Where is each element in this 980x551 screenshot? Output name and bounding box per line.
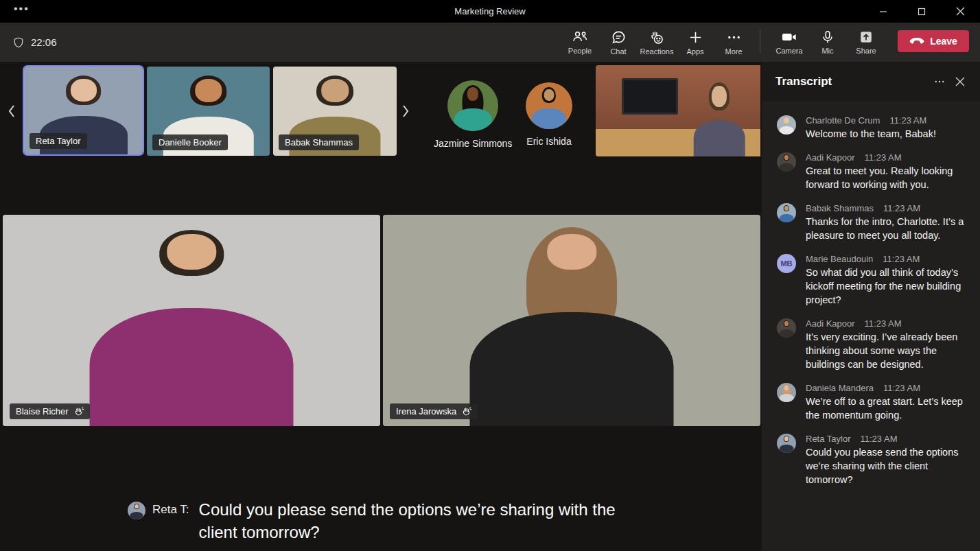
- speaker-name: Aadi Kapoor: [806, 152, 855, 163]
- audio-participant-eric-ishida[interactable]: Eric Ishida: [526, 82, 572, 147]
- transcript-close-button[interactable]: [950, 71, 970, 92]
- transcript-entry: Aadi Kapoor11:23 AM Great to meet you. R…: [777, 152, 970, 191]
- camera-button[interactable]: Camera: [770, 25, 808, 60]
- shield-icon: [12, 36, 25, 49]
- share-icon: [859, 30, 874, 45]
- reactions-button[interactable]: Reactions: [638, 25, 676, 60]
- participant-video: [383, 215, 760, 426]
- tv-screen: [622, 78, 678, 115]
- avatar: [526, 82, 572, 129]
- video-tile-reta-taylor[interactable]: Reta Taylor: [23, 65, 144, 156]
- close-icon: [955, 76, 966, 87]
- apps-button[interactable]: Apps: [676, 25, 714, 60]
- strip-previous-button[interactable]: [3, 96, 21, 126]
- transcript-entry: Charlotte De Crum11:23 AM Welcome to the…: [777, 115, 970, 141]
- timer-value: 22:06: [31, 36, 57, 48]
- caption-speaker-avatar: [128, 502, 145, 519]
- more-icon: [933, 75, 946, 88]
- speaker-name: Babak Shammas: [806, 203, 874, 213]
- participant-name: Eric Ishida: [526, 136, 571, 147]
- video-tile-danielle-booker[interactable]: Danielle Booker: [147, 67, 270, 156]
- video-tile-meeting-room[interactable]: [596, 65, 760, 156]
- minimize-button[interactable]: [876, 4, 891, 19]
- transcript-text: Great to meet you. Really looking forwar…: [806, 164, 969, 191]
- nameplate: Blaise Richer: [10, 403, 90, 419]
- chevron-right-icon: [401, 104, 410, 119]
- avatar: [777, 434, 796, 453]
- chevron-left-icon: [7, 104, 16, 119]
- speaker-name: Daniela Mandera: [806, 383, 874, 393]
- strip-next-button[interactable]: [397, 96, 415, 126]
- close-window-button[interactable]: [953, 4, 968, 19]
- chat-icon: [611, 30, 627, 45]
- transcript-text: It’s very exciting. I’ve already been th…: [806, 330, 969, 371]
- raised-hand-icon: [461, 406, 471, 417]
- more-icon: [726, 30, 742, 45]
- avatar: [777, 115, 796, 134]
- hang-up-icon: [909, 37, 924, 45]
- caption-speaker-name: Reta T:: [152, 503, 189, 517]
- avatar: [777, 383, 796, 402]
- more-button[interactable]: More: [714, 25, 753, 60]
- reactions-icon: [649, 30, 665, 45]
- apps-plus-icon: [688, 30, 703, 45]
- meeting-toolbar: 22:06 People Chat: [0, 23, 980, 62]
- transcript-entry: MB Marie Beaudouin11:23 AM So what did y…: [777, 254, 970, 307]
- titlebar-more-icon[interactable]: •••: [14, 3, 30, 15]
- transcript-text: Welcome to the team, Babak!: [806, 127, 969, 141]
- nameplate: Reta Taylor: [30, 133, 87, 149]
- toolbar-divider: [760, 30, 760, 53]
- live-caption: Reta T: Could you please send the option…: [128, 498, 649, 543]
- mic-icon: [820, 30, 835, 45]
- timestamp: 11:23 AM: [865, 152, 902, 163]
- titlebar: ••• Marketing Review: [0, 0, 980, 23]
- people-button[interactable]: People: [561, 25, 599, 60]
- transcript-text: So what did you all think of today’s kic…: [806, 266, 969, 307]
- transcript-more-button[interactable]: [929, 71, 950, 92]
- transcript-title: Transcript: [775, 75, 929, 89]
- teams-meeting-window: ••• Marketing Review 22:06: [0, 0, 980, 551]
- timestamp: 11:23 AM: [883, 383, 920, 393]
- speaker-name: Charlotte De Crum: [806, 115, 880, 126]
- timestamp: 11:23 AM: [865, 318, 902, 329]
- mic-button[interactable]: Mic: [808, 25, 847, 60]
- transcript-text: We’re off to a great start. Let’s keep t…: [806, 395, 969, 422]
- meeting-timer: 22:06: [12, 23, 57, 62]
- speaker-name: Marie Beaudouin: [806, 254, 873, 264]
- avatar: [447, 80, 498, 131]
- timestamp: 11:23 AM: [883, 203, 920, 213]
- people-icon: [572, 30, 588, 45]
- transcript-text: Could you please send the options we’re …: [806, 445, 969, 486]
- nameplate: Irena Jarowska: [390, 403, 478, 419]
- nameplate: Danielle Booker: [152, 134, 228, 150]
- nameplate: Babak Shammas: [279, 134, 359, 150]
- timestamp: 11:23 AM: [883, 254, 920, 264]
- avatar: [777, 152, 796, 172]
- room-participant: [685, 74, 754, 156]
- speaker-name: Aadi Kapoor: [806, 318, 855, 329]
- transcript-header: Transcript: [762, 62, 980, 102]
- camera-icon: [780, 30, 798, 45]
- audio-participant-jazmine-simmons[interactable]: Jazmine Simmons: [434, 80, 512, 149]
- timestamp: 11:23 AM: [861, 434, 898, 444]
- transcript-entry: Daniela Mandera11:23 AM We’re off to a g…: [777, 383, 970, 422]
- stage-tile-irena-jarowska[interactable]: Irena Jarowska: [383, 215, 760, 426]
- maximize-button[interactable]: [914, 4, 929, 19]
- speaker-name: Reta Taylor: [806, 434, 851, 444]
- participant-name: Jazmine Simmons: [434, 138, 512, 149]
- raised-hand-icon: [73, 406, 84, 417]
- participant-video: [3, 215, 380, 426]
- avatar-initials: MB: [777, 254, 796, 273]
- avatar: [777, 318, 796, 338]
- chat-button[interactable]: Chat: [599, 25, 638, 60]
- transcript-list[interactable]: Charlotte De Crum11:23 AM Welcome to the…: [762, 102, 980, 551]
- video-tile-babak-shammas[interactable]: Babak Shammas: [273, 67, 397, 156]
- window-title: Marketing Review: [0, 6, 980, 16]
- stage-tile-blaise-richer[interactable]: Blaise Richer: [3, 215, 380, 426]
- transcript-entry: Aadi Kapoor11:23 AM It’s very exciting. …: [777, 318, 970, 371]
- room-video: [596, 65, 760, 156]
- timestamp: 11:23 AM: [889, 115, 926, 126]
- share-button[interactable]: Share: [847, 25, 885, 60]
- leave-button[interactable]: Leave: [898, 30, 969, 52]
- transcript-entry: Reta Taylor11:23 AM Could you please sen…: [777, 434, 970, 486]
